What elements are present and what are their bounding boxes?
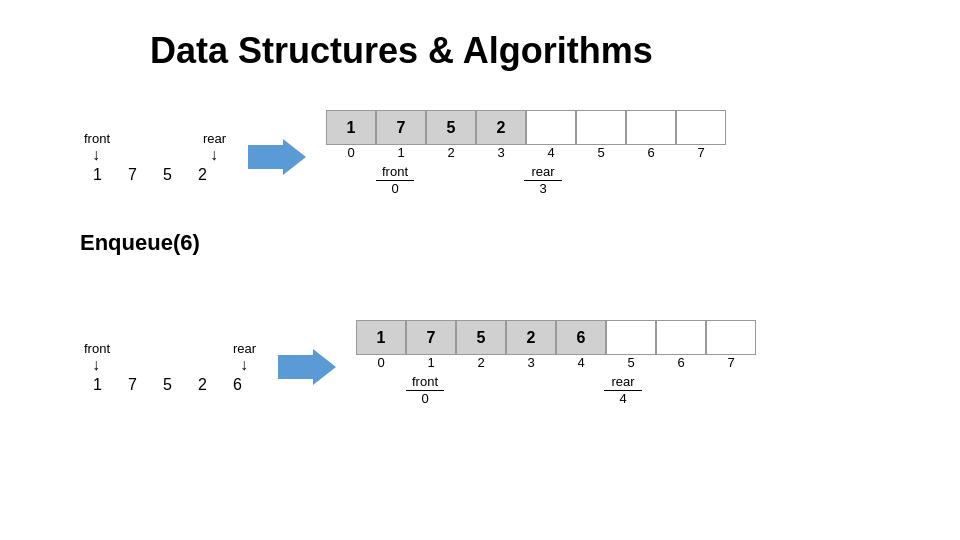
bottom-cell-5 xyxy=(606,320,656,355)
svg-marker-1 xyxy=(278,349,336,385)
top-idx-4: 4 xyxy=(526,145,576,160)
page: Data Structures & Algorithms front rear … xyxy=(0,0,960,540)
bottom-num-1: 7 xyxy=(115,376,150,394)
top-idx-5: 5 xyxy=(576,145,626,160)
top-idx-7: 7 xyxy=(676,145,726,160)
page-title: Data Structures & Algorithms xyxy=(150,30,653,72)
top-cell-3: 2 xyxy=(476,110,526,145)
top-cell-6 xyxy=(626,110,676,145)
top-num-3: 2 xyxy=(185,166,220,184)
bottom-cell-0: 1 xyxy=(356,320,406,355)
top-rear-indicator: rear 3 xyxy=(524,164,562,196)
top-front-indicator: front 0 xyxy=(376,164,414,196)
top-idx-6: 6 xyxy=(626,145,676,160)
bottom-front-val: 0 xyxy=(406,391,444,406)
bottom-rear-indicator: rear 4 xyxy=(604,374,642,406)
top-num-2: 5 xyxy=(150,166,185,184)
bottom-blue-arrow xyxy=(278,347,338,387)
bottom-idx-3: 3 xyxy=(506,355,556,370)
top-front-label: front xyxy=(84,131,110,146)
top-num-0: 1 xyxy=(80,166,115,184)
bottom-cell-6 xyxy=(656,320,706,355)
bottom-idx-1: 1 xyxy=(406,355,456,370)
top-cell-1: 7 xyxy=(376,110,426,145)
bottom-front-text: front xyxy=(406,374,444,391)
bottom-num-0: 1 xyxy=(80,376,115,394)
bottom-cell-4: 6 xyxy=(556,320,606,355)
top-idx-0: 0 xyxy=(326,145,376,160)
bottom-front-label: front xyxy=(84,341,110,356)
top-idx-2: 2 xyxy=(426,145,476,160)
top-idx-3: 3 xyxy=(476,145,526,160)
svg-marker-0 xyxy=(248,139,306,175)
bottom-idx-2: 2 xyxy=(456,355,506,370)
top-section: front rear ↓ ↓ 1 7 5 2 1 xyxy=(80,110,776,204)
top-cell-0: 1 xyxy=(326,110,376,145)
top-cell-7 xyxy=(676,110,726,145)
bottom-output-grid: 1 7 5 2 6 0 1 2 3 4 5 6 7 xyxy=(356,320,806,414)
top-front-arrow: ↓ xyxy=(92,146,100,164)
top-idx-1: 1 xyxy=(376,145,426,160)
bottom-input-array: front rear ↓ ↓ 1 7 5 2 6 xyxy=(80,341,260,394)
bottom-rear-label: rear xyxy=(233,341,256,356)
top-front-text: front xyxy=(376,164,414,181)
bottom-cell-1: 7 xyxy=(406,320,456,355)
top-num-1: 7 xyxy=(115,166,150,184)
bottom-section: front rear ↓ ↓ 1 7 5 2 6 xyxy=(80,320,806,414)
top-rear-text: rear xyxy=(524,164,562,181)
top-blue-arrow xyxy=(248,137,308,177)
bottom-num-2: 5 xyxy=(150,376,185,394)
top-front-val: 0 xyxy=(376,181,414,196)
bottom-rear-arrow: ↓ xyxy=(240,356,248,374)
bottom-num-3: 2 xyxy=(185,376,220,394)
top-rear-label: rear xyxy=(203,131,226,146)
bottom-cell-7 xyxy=(706,320,756,355)
bottom-idx-5: 5 xyxy=(606,355,656,370)
top-output-grid: 1 7 5 2 0 1 2 3 4 5 6 7 xyxy=(326,110,776,204)
top-cell-2: 5 xyxy=(426,110,476,145)
bottom-idx-6: 6 xyxy=(656,355,706,370)
bottom-cell-3: 2 xyxy=(506,320,556,355)
bottom-rear-val: 4 xyxy=(604,391,642,406)
bottom-num-4: 6 xyxy=(220,376,255,394)
top-cell-5 xyxy=(576,110,626,145)
top-rear-arrow: ↓ xyxy=(210,146,218,164)
top-rear-val: 3 xyxy=(524,181,562,196)
top-input-array: front rear ↓ ↓ 1 7 5 2 xyxy=(80,131,230,184)
bottom-cell-2: 5 xyxy=(456,320,506,355)
bottom-idx-7: 7 xyxy=(706,355,756,370)
enqueue-label: Enqueue(6) xyxy=(80,230,200,256)
bottom-idx-0: 0 xyxy=(356,355,406,370)
bottom-front-indicator: front 0 xyxy=(406,374,444,406)
bottom-front-arrow: ↓ xyxy=(92,356,100,374)
bottom-idx-4: 4 xyxy=(556,355,606,370)
bottom-rear-text: rear xyxy=(604,374,642,391)
top-cell-4 xyxy=(526,110,576,145)
